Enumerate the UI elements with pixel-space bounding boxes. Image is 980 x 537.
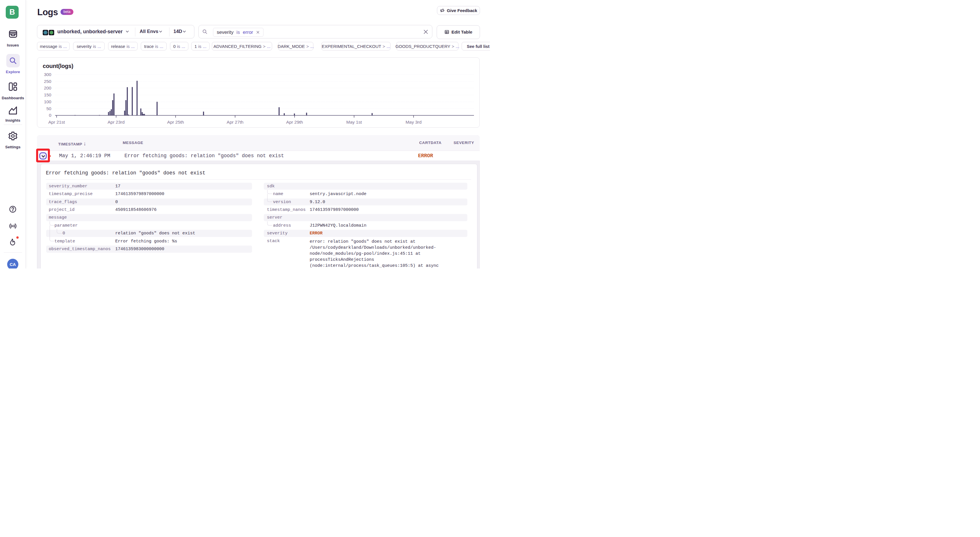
svg-text:50: 50 — [46, 106, 52, 111]
svg-text:250: 250 — [44, 79, 51, 84]
svg-text:Apr 27th: Apr 27th — [227, 120, 244, 124]
svg-text:Apr 25th: Apr 25th — [167, 120, 184, 124]
svg-text:Apr 23rd: Apr 23rd — [108, 120, 124, 124]
svg-text:Apr 29th: Apr 29th — [286, 120, 303, 124]
svg-text:May 1st: May 1st — [346, 120, 362, 124]
svg-text:0: 0 — [49, 113, 51, 118]
svg-text:150: 150 — [44, 92, 51, 97]
svg-text:100: 100 — [44, 99, 51, 104]
svg-text:Apr 21st: Apr 21st — [48, 120, 65, 124]
svg-text:200: 200 — [44, 86, 51, 90]
svg-text:300: 300 — [44, 72, 51, 77]
svg-text:May 3rd: May 3rd — [406, 120, 422, 124]
